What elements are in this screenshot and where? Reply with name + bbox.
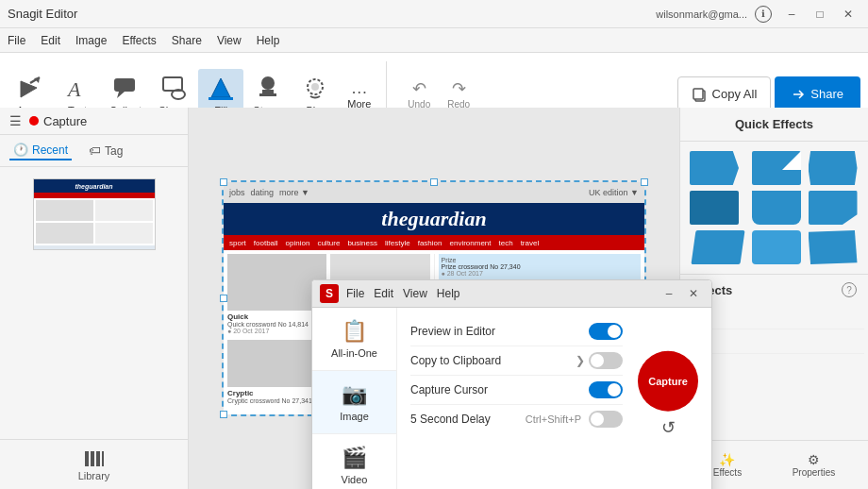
info-icon[interactable]: ℹ [755, 6, 772, 23]
effect-item[interactable] [752, 151, 801, 185]
popup-option-cursor: Capture Cursor [410, 376, 623, 405]
menu-view[interactable]: View [217, 34, 242, 47]
effect-item[interactable] [809, 191, 858, 225]
image-mode-icon: 📷 [342, 382, 367, 407]
tag-icon: 🏷 [89, 143, 101, 158]
copy-toggle[interactable] [589, 352, 623, 369]
close-button[interactable]: ✕ [836, 5, 860, 24]
video-mode-icon: 🎬 [342, 446, 367, 470]
copy-icon [692, 87, 707, 102]
undo-button[interactable]: ↶ Undo [402, 76, 436, 111]
effect-item[interactable] [752, 191, 801, 225]
share-icon [792, 88, 805, 101]
menu-image[interactable]: Image [75, 34, 107, 47]
left-panel-tabs: 🕐 Recent 🏷 Tag [0, 135, 188, 167]
left-panel-header: ☰ Capture [0, 108, 188, 135]
handle-l[interactable] [220, 295, 227, 302]
app-title: Snagit Editor [8, 7, 77, 21]
delay-toggle[interactable] [589, 411, 623, 428]
stamp-icon [253, 73, 283, 103]
menu-edit[interactable]: Edit [41, 34, 60, 47]
effect-item[interactable] [809, 151, 858, 185]
quick-effects-title: Quick Effects [680, 108, 868, 142]
popup-menus: File Edit View Help [346, 287, 460, 300]
effect-item[interactable] [690, 151, 739, 185]
delay-shortcut: Ctrl+Shift+P [526, 413, 581, 425]
capture-button[interactable]: Capture [29, 114, 87, 128]
popup-option-copy: Copy to Clipboard ❯ [410, 346, 623, 376]
blur-icon [300, 73, 330, 103]
text-icon: A [62, 73, 92, 103]
menu-help[interactable]: Help [257, 34, 280, 47]
svg-rect-16 [85, 451, 89, 466]
svg-rect-6 [163, 77, 182, 91]
popup-option-preview: Preview in Editor [410, 317, 623, 346]
minimize-button[interactable]: – [779, 5, 804, 24]
maximize-button[interactable]: □ [808, 5, 832, 24]
handle-t[interactable] [430, 178, 438, 186]
menu-effects[interactable]: Effects [122, 34, 156, 47]
hamburger-icon[interactable]: ☰ [9, 113, 22, 128]
svg-point-13 [311, 83, 319, 91]
effect-item[interactable] [752, 230, 801, 264]
properties-button[interactable]: ⚙ Properties [785, 448, 843, 481]
popup-mode-video[interactable]: 🎬 Video [312, 434, 396, 489]
arrow-icon [15, 73, 45, 103]
handle-tr[interactable] [641, 178, 648, 186]
effect-item[interactable] [809, 230, 858, 264]
svg-rect-18 [96, 451, 100, 466]
allinone-label: All-in-One [331, 347, 377, 359]
list-item[interactable]: theguardian [8, 175, 180, 254]
popup-menu-edit[interactable]: Edit [374, 287, 393, 300]
video-mode-label: Video [342, 474, 368, 485]
snagit-popup: S File Edit View Help – ✕ 📋 All-in-One 📷… [311, 279, 712, 489]
properties-icon: ⚙ [808, 452, 820, 467]
popup-close-button[interactable]: ✕ [683, 284, 704, 303]
effect-item[interactable] [690, 191, 739, 225]
svg-rect-15 [693, 89, 703, 99]
share-button[interactable]: Share [775, 76, 860, 112]
popup-titlebar: S File Edit View Help – ✕ [312, 280, 711, 308]
popup-options: Preview in Editor Copy to Clipboard ❯ Ca… [397, 308, 711, 489]
recent-tab[interactable]: 🕐 Recent [9, 141, 72, 160]
svg-text:A: A [66, 77, 81, 101]
svg-rect-10 [262, 90, 274, 93]
popup-menu-file[interactable]: File [346, 287, 364, 300]
popup-body: 📋 All-in-One 📷 Image 🎬 Video Preview in … [312, 308, 711, 489]
redo-button[interactable]: ↷ Redo [442, 76, 476, 111]
popup-mode-allinone[interactable]: 📋 All-in-One [312, 308, 396, 371]
left-panel: ☰ Capture 🕐 Recent 🏷 Tag theguardian [0, 108, 189, 489]
svg-rect-17 [91, 451, 94, 466]
menu-file[interactable]: File [8, 34, 25, 47]
capture-circle-button[interactable]: Capture [638, 350, 698, 411]
preview-toggle[interactable] [589, 323, 623, 340]
shape-icon [159, 73, 189, 103]
popup-menu-view[interactable]: View [403, 287, 427, 300]
handle-bl[interactable] [220, 411, 227, 418]
popup-title-left: S File Edit View Help [320, 284, 460, 303]
handle-tl[interactable] [220, 178, 227, 186]
clock-icon: 🕐 [13, 143, 28, 157]
popup-minimize-button[interactable]: – [659, 284, 679, 303]
svg-rect-11 [259, 93, 276, 96]
effects-icon: ✨ [719, 452, 735, 467]
library-button[interactable]: Library [0, 439, 188, 489]
share-label: Share [810, 87, 843, 101]
effect-item[interactable] [691, 230, 744, 264]
copy-all-label: Copy All [712, 87, 758, 101]
undo-redo-group: ↶ Undo ↷ Redo [391, 76, 487, 111]
thumbnail-image: theguardian [33, 178, 156, 250]
tag-tab[interactable]: 🏷 Tag [85, 142, 126, 160]
svg-rect-19 [102, 451, 104, 466]
help-icon[interactable]: ? [842, 282, 857, 297]
copy-label: Copy to Clipboard [410, 354, 501, 367]
popup-menu-help[interactable]: Help [437, 287, 460, 300]
quick-effects-grid [680, 142, 868, 274]
cursor-toggle[interactable] [589, 381, 623, 398]
menu-share[interactable]: Share [172, 34, 202, 47]
copy-all-button[interactable]: Copy All [677, 76, 772, 112]
refresh-icon[interactable]: ↺ [661, 417, 676, 436]
svg-rect-4 [114, 78, 135, 92]
svg-rect-8 [209, 97, 233, 100]
popup-mode-image[interactable]: 📷 Image [312, 371, 396, 434]
